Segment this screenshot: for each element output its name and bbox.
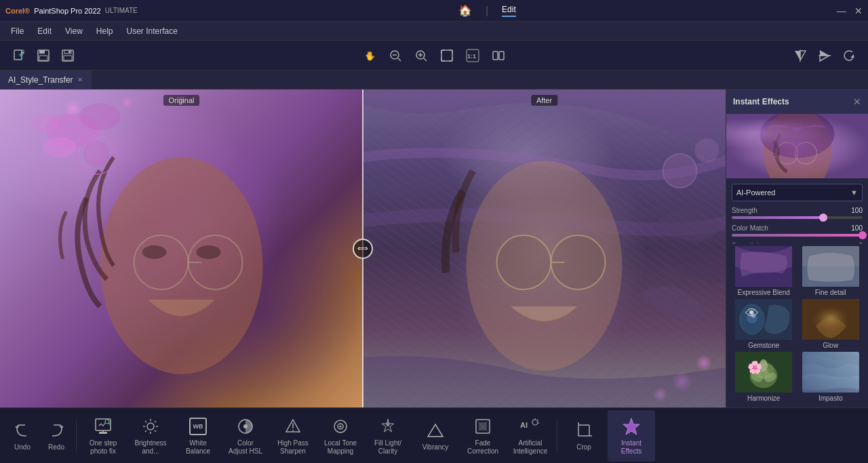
home-button[interactable]: 🏠 (458, 4, 472, 17)
toggle-preview-button[interactable] (488, 45, 509, 66)
harmonize-label: Harmonize (747, 395, 780, 402)
svg-line-81 (155, 430, 156, 432)
local-tone-mapping-button[interactable]: Local Tone Mapping (317, 410, 364, 462)
flip-h-button[interactable] (789, 45, 811, 66)
svg-line-80 (145, 421, 146, 422)
one-step-label: One step photo fix (90, 439, 117, 456)
fit-button[interactable] (436, 45, 458, 66)
white-balance-button[interactable]: WB White Balance (174, 410, 222, 462)
zoom-in-button[interactable] (410, 45, 432, 66)
undo-button[interactable]: Undo (5, 410, 39, 462)
svg-point-64 (758, 368, 769, 379)
svg-point-50 (764, 114, 831, 178)
redo-button[interactable]: Redo (39, 410, 73, 462)
svg-point-91 (340, 425, 342, 427)
vibrancy-label: Vibrancy (422, 443, 449, 451)
svg-line-14 (398, 58, 401, 61)
portrait-svg-left (0, 89, 363, 407)
svg-text:✋: ✋ (365, 50, 376, 62)
svg-text:1:1: 1:1 (467, 53, 476, 60)
actual-size-button[interactable]: 1:1 (462, 45, 484, 66)
brightness-label: Brightness and... (134, 439, 166, 456)
effect-glow[interactable]: Glow (799, 299, 863, 349)
menu-user-interface[interactable]: User Interface (121, 24, 183, 38)
svg-marker-25 (800, 51, 806, 60)
color-match-slider-track[interactable] (732, 234, 863, 237)
brand-name: Corel® (5, 7, 30, 15)
effects-panel-title: Instant Effects (733, 97, 789, 106)
effect-gemstone[interactable]: Gemstone (732, 299, 796, 349)
split-handle-icon: ⟺ (357, 244, 368, 253)
nav-separator: | (486, 5, 488, 17)
svg-point-48 (695, 138, 719, 163)
strength-slider-track[interactable] (732, 216, 863, 219)
effect-expressive-blend[interactable]: Expressive Blend (732, 246, 796, 296)
gemstone-label: Gemstone (748, 342, 779, 349)
svg-point-47 (663, 154, 697, 188)
color-match-slider-fill (732, 234, 863, 237)
strength-slider-thumb[interactable] (819, 214, 827, 222)
menu-file[interactable]: File (5, 24, 29, 38)
svg-line-74 (108, 423, 110, 424)
color-adjust-hsl-button[interactable]: Color Adjust HSL (222, 410, 269, 462)
effect-harmonize[interactable]: Harmonize (732, 352, 796, 402)
color-match-slider-thumb[interactable] (859, 231, 867, 239)
white-balance-icon: WB (188, 416, 208, 437)
svg-point-61 (810, 304, 851, 334)
split-handle[interactable]: ⟺ (353, 239, 373, 259)
save-button[interactable] (57, 45, 79, 66)
strength-value: 100 (851, 207, 863, 214)
svg-point-45 (551, 235, 606, 289)
pan-tool[interactable]: ✋ (359, 45, 380, 66)
svg-rect-7 (39, 56, 47, 60)
effects-panel-close[interactable]: ✕ (853, 96, 861, 107)
effect-impasto[interactable]: Impasto (799, 352, 863, 402)
local-tone-mapping-icon (330, 416, 351, 437)
image-left-original: Original (0, 89, 363, 407)
fill-light-clarity-label: Fill Light/ Clarity (374, 439, 401, 456)
svg-point-59 (751, 314, 755, 318)
fill-light-clarity-button[interactable]: Fill Light/ Clarity (364, 410, 412, 462)
vibrancy-button[interactable]: Vibrancy (412, 410, 459, 462)
art-strokes-overlay (363, 89, 726, 407)
svg-point-85 (243, 424, 248, 428)
image-right-after: After (363, 89, 726, 407)
instant-effects-icon (621, 416, 642, 437)
label-after: After (531, 95, 557, 106)
impasto-thumb (802, 352, 859, 392)
tab-bar: AI_Style_Transfer ✕ (0, 71, 868, 89)
effect-fine-detail[interactable]: Fine detail (799, 246, 863, 296)
svg-rect-23 (499, 52, 504, 60)
menu-edit[interactable]: Edit (32, 24, 57, 38)
one-step-photo-fix-button[interactable]: One step photo fix (79, 410, 127, 462)
save-as-button[interactable] (33, 45, 54, 66)
edit-mode-label[interactable]: Edit (502, 5, 516, 17)
new-button[interactable] (8, 45, 30, 66)
flip-v-button[interactable] (814, 45, 835, 66)
tab-close-button[interactable]: ✕ (77, 76, 83, 83)
svg-point-42 (83, 140, 111, 167)
instant-effects-button[interactable]: Instant Effects (608, 410, 655, 462)
artificial-intelligence-button[interactable]: AI Artificial Intelligence (507, 410, 554, 462)
canvas-area[interactable]: Original (0, 89, 726, 407)
ai-powered-dropdown[interactable]: AI-Powered ▼ (732, 184, 863, 201)
zoom-out-button[interactable] (384, 45, 406, 66)
crop-button[interactable]: Crop (560, 410, 608, 462)
brightness-button[interactable]: Brightness and... (127, 410, 174, 462)
preview-svg (726, 114, 868, 178)
fade-correction-button[interactable]: Fade Correction (459, 410, 507, 462)
menu-view[interactable]: View (60, 24, 88, 38)
menu-bar: File Edit View Help User Interface (0, 22, 868, 41)
svg-marker-24 (795, 51, 800, 60)
svg-point-52 (776, 142, 798, 164)
svg-point-34 (33, 113, 60, 134)
high-pass-sharpen-button[interactable]: High Pass Sharpen (269, 410, 317, 462)
menu-help[interactable]: Help (91, 24, 119, 38)
rotate-button[interactable] (838, 45, 860, 66)
minimize-button[interactable]: — (837, 5, 846, 16)
svg-point-67 (749, 371, 764, 384)
close-button[interactable]: ✕ (854, 5, 863, 16)
tab-ai-style-transfer[interactable]: AI_Style_Transfer ✕ (0, 71, 92, 89)
svg-rect-106 (578, 425, 589, 436)
toolbar-separator-2 (557, 419, 557, 453)
